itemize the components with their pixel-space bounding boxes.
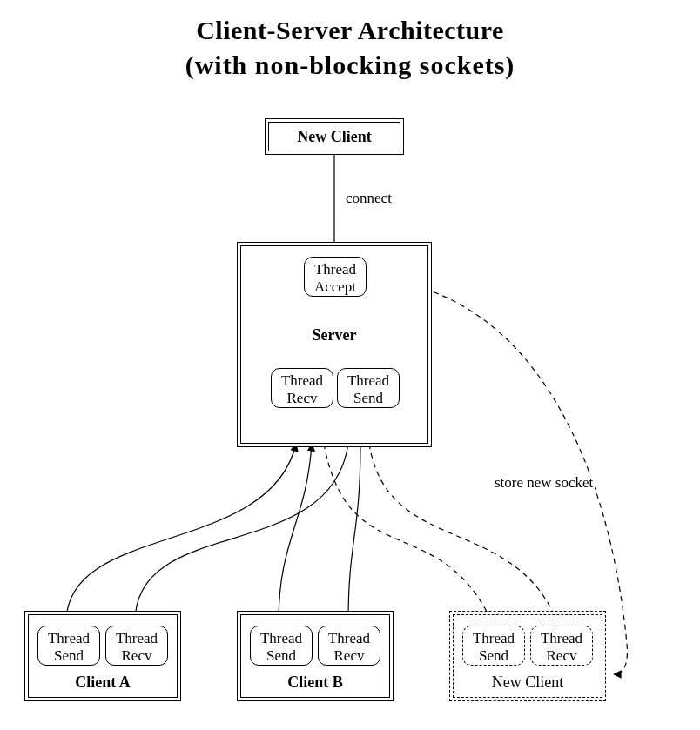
text-server-thread-recv: Thread Recv <box>281 372 323 406</box>
text-clientA-recv: Thread Recv <box>116 630 158 664</box>
label-new-client-bottom: New Client <box>454 673 602 692</box>
text-thread-accept: Thread Accept <box>314 261 356 295</box>
node-client-a: Thread Send Thread Recv Client A <box>24 611 181 701</box>
label-server: Server <box>241 326 427 345</box>
pill-clientA-recv: Thread Recv <box>105 626 168 666</box>
pill-clientA-send: Thread Send <box>37 626 100 666</box>
text-clientB-send: Thread Send <box>260 630 302 664</box>
edge-clientB-send <box>279 444 312 622</box>
title-line-2: (with non-blocking sockets) <box>0 50 700 80</box>
text-server-thread-send: Thread Send <box>347 372 389 406</box>
pill-server-thread-recv: Thread Recv <box>271 368 333 408</box>
label-store-new-socket: store new socket <box>493 474 595 492</box>
title-line-1: Client-Server Architecture <box>0 16 700 45</box>
label-connect: connect <box>344 190 394 207</box>
text-newclient-recv: Thread Recv <box>541 630 582 664</box>
label-client-a: Client A <box>29 673 177 692</box>
edge-server-to-newclient-recv <box>369 444 557 622</box>
pill-clientB-send: Thread Send <box>250 626 313 666</box>
diagram-stage: Client-Server Architecture (with non-blo… <box>0 0 700 730</box>
pill-server-thread-send: Thread Send <box>337 368 400 408</box>
node-client-b: Thread Send Thread Recv Client B <box>237 611 394 701</box>
edge-server-to-clientA <box>135 444 348 622</box>
node-new-client-bottom: Thread Send Thread Recv New Client <box>449 611 606 701</box>
edge-newclient-send-to-server <box>324 444 492 622</box>
pill-newclient-send: Thread Send <box>462 626 525 666</box>
node-new-client-top: New Client <box>265 118 404 155</box>
pill-clientB-recv: Thread Recv <box>318 626 380 666</box>
edge-server-to-clientB <box>348 444 360 622</box>
edge-clientA-send <box>66 444 296 622</box>
text-newclient-send: Thread Send <box>473 630 515 664</box>
text-clientA-send: Thread Send <box>48 630 90 664</box>
label-new-client-top: New Client <box>297 128 371 146</box>
text-clientB-recv: Thread Recv <box>328 630 370 664</box>
pill-thread-accept: Thread Accept <box>304 257 367 297</box>
label-client-b: Client B <box>241 673 389 692</box>
node-server: Thread Accept Server Thread Recv Thread … <box>237 242 432 447</box>
pill-newclient-recv: Thread Recv <box>530 626 593 666</box>
